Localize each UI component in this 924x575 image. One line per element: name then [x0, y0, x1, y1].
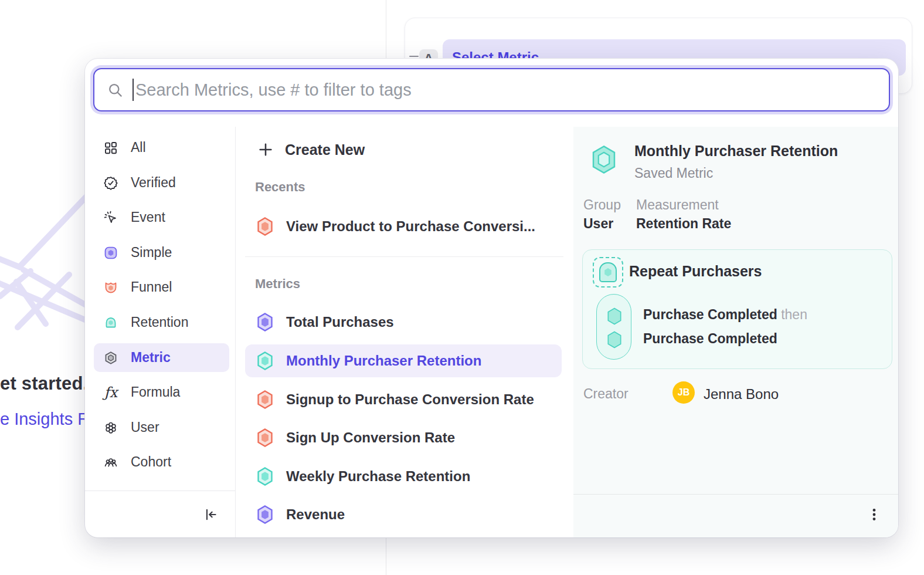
- metric-hexagon-icon: [257, 467, 273, 486]
- sidebar-item-simple[interactable]: Simple: [94, 238, 229, 267]
- recent-metric-item[interactable]: View Product to Purchase Conversi...: [245, 212, 562, 241]
- sidebar-item-metric[interactable]: Metric: [94, 343, 229, 372]
- definition-name: Repeat Purchasers: [629, 263, 762, 280]
- saved-metric-hexagon-icon: [591, 145, 617, 174]
- background-link-fragment[interactable]: e Insights Re: [0, 410, 99, 429]
- creator-label: Creator: [583, 386, 629, 402]
- retention-icon: [104, 316, 118, 330]
- search-box[interactable]: [93, 68, 890, 111]
- retention-definition-icon: [593, 257, 623, 288]
- metric-hexagon-icon: [257, 351, 273, 370]
- metric-detail-panel: Monthly Purchaser Retention Saved Metric…: [573, 127, 898, 537]
- sidebar-item-all[interactable]: All: [94, 133, 229, 162]
- group-label: Group: [583, 197, 621, 213]
- create-new-button[interactable]: Create New: [245, 136, 562, 164]
- sidebar-item-cohort[interactable]: Cohort: [94, 448, 229, 476]
- plus-icon: [257, 141, 274, 158]
- metric-hexagon-icon: [257, 428, 273, 447]
- text-caret: [133, 79, 134, 101]
- sidebar-item-event[interactable]: Event: [94, 203, 229, 232]
- sidebar-item-verified[interactable]: Verified: [94, 168, 229, 197]
- detail-title: Monthly Purchaser Retention: [634, 143, 838, 160]
- detail-footer-divider: [573, 494, 898, 495]
- metrics-heading: Metrics: [255, 276, 300, 292]
- decorative-lines: [0, 88, 94, 364]
- definition-step-1: Purchase Completed then: [643, 307, 807, 323]
- sidebar-item-formula[interactable]: ƒx Formula: [94, 378, 229, 407]
- search-input[interactable]: [135, 80, 889, 100]
- verified-badge-icon: [104, 176, 118, 190]
- funnel-metric-hexagon-icon: [257, 217, 273, 236]
- cohort-people-icon: [104, 455, 118, 469]
- simple-metric-icon: [104, 246, 118, 260]
- recents-heading: Recents: [255, 180, 305, 195]
- metric-definition-card: Repeat Purchasers Purchase Completed the…: [582, 249, 892, 369]
- sidebar-item-retention[interactable]: Retention: [94, 308, 229, 337]
- collapse-sidebar-button[interactable]: [201, 505, 221, 525]
- measurement-value: Retention Rate: [636, 216, 731, 232]
- event-hexagon-icon: [607, 331, 622, 349]
- grid-icon: [104, 141, 118, 155]
- metric-selector-modal: All Verified Event Simple: [85, 59, 898, 537]
- detail-subtitle: Saved Metric: [634, 165, 713, 181]
- creator-name: Jenna Bono: [704, 386, 779, 402]
- funnel-icon: [104, 280, 118, 295]
- creator-avatar: JB: [672, 381, 695, 404]
- metric-item-total-purchases[interactable]: Total Purchases: [245, 306, 562, 339]
- collapse-left-icon: [203, 507, 219, 522]
- then-connector: then: [781, 307, 807, 322]
- metric-item-signup-to-purchase-conversion-rate[interactable]: Signup to Purchase Conversion Rate: [245, 383, 562, 416]
- sidebar-footer-divider: [85, 491, 235, 491]
- retention-arch-icon: [599, 262, 617, 282]
- user-cluster-icon: [104, 421, 118, 435]
- column-divider: [235, 127, 236, 537]
- list-divider: [245, 256, 563, 257]
- hexagon-glyph: [604, 268, 612, 277]
- kebab-menu-icon: [867, 507, 882, 522]
- formula-icon: ƒx: [104, 385, 118, 400]
- group-value: User: [583, 216, 613, 232]
- metric-hexagon-icon: [257, 313, 273, 332]
- measurement-label: Measurement: [636, 197, 719, 213]
- event-sequence-capsule: [596, 294, 631, 360]
- event-hexagon-icon: [607, 307, 622, 325]
- metric-hexagon-icon: [257, 505, 273, 524]
- definition-step-2: Purchase Completed: [643, 331, 777, 347]
- metric-hexagon-icon: [104, 351, 118, 365]
- sidebar-item-funnel[interactable]: Funnel: [94, 273, 229, 302]
- metric-hexagon-icon: [257, 390, 273, 409]
- metric-item-weekly-purchase-retention[interactable]: Weekly Purchase Retention: [245, 460, 562, 493]
- more-options-button[interactable]: [864, 505, 884, 525]
- metric-item-sign-up-conversion-rate[interactable]: Sign Up Conversion Rate: [245, 421, 562, 454]
- metric-item-monthly-purchaser-retention[interactable]: Monthly Purchaser Retention: [245, 344, 562, 377]
- search-icon: [107, 82, 123, 98]
- event-cursor-icon: [104, 211, 118, 225]
- background-heading-fragment: et started.: [0, 373, 88, 394]
- metric-item-revenue[interactable]: Revenue: [245, 498, 562, 531]
- sidebar-item-user[interactable]: User: [94, 413, 229, 442]
